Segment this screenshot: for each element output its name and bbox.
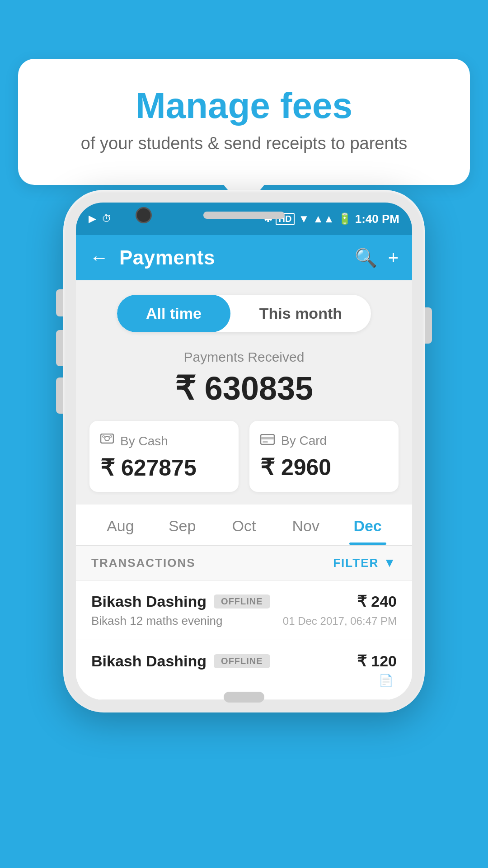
transaction-row1-2: Bikash Dashing OFFLINE ₹ 120 [91,652,397,670]
toggle-this-month[interactable]: This month [230,295,371,332]
tab-dec[interactable]: Dec [337,505,399,545]
transaction-amount-2: ₹ 120 [357,652,397,670]
phone-screen: ▶ ⏱ ✱ HD ▼ ▲▲ 🔋 1:40 PM ← Payments 🔍 + [76,203,412,700]
payments-received-label: Payments Received [76,349,412,365]
filter-label: FILTER [333,556,379,570]
by-cash-card: By Cash ₹ 627875 [89,421,239,492]
by-cash-header: By Cash [100,434,228,448]
toggle-pill: All time This month [117,295,371,332]
wifi-icon: ▼ [298,212,309,225]
transaction-desc-1: Bikash 12 maths evening [91,614,223,628]
transaction-amount-1: ₹ 240 [357,592,397,610]
status-bar-left: ▶ ⏱ [89,213,112,225]
transaction-row2-1: Bikash 12 maths evening 01 Dec 2017, 06:… [91,614,397,628]
transaction-badge-2: OFFLINE [214,654,270,668]
filter-button[interactable]: FILTER ▼ [333,556,397,570]
content-area: All time This month Payments Received ₹ … [76,280,412,700]
back-button[interactable]: ← [89,247,108,269]
by-card-header: By Card [260,434,388,448]
tab-nov[interactable]: Nov [275,505,337,545]
phone-outer: ▶ ⏱ ✱ HD ▼ ▲▲ 🔋 1:40 PM ← Payments 🔍 + [63,190,425,712]
filter-icon: ▼ [383,556,397,570]
transaction-row1-1: Bikash Dashing OFFLINE ₹ 240 [91,592,397,610]
svg-rect-3 [110,436,112,437]
svg-point-1 [105,436,109,441]
cash-icon [100,434,114,448]
search-icon[interactable]: 🔍 [355,247,377,269]
app-bar-title: Payments [119,246,344,269]
svg-rect-0 [101,434,113,443]
phone-side-button-left2[interactable] [56,330,63,366]
svg-rect-6 [263,441,268,443]
name-badge-row-2: Bikash Dashing OFFLINE [91,652,270,670]
name-badge-row-1: Bikash Dashing OFFLINE [91,593,270,610]
by-card-amount: ₹ 2960 [260,454,388,481]
signal-bars: ▲▲ [313,212,334,225]
transactions-header: TRANSACTIONS FILTER ▼ [76,546,412,580]
transaction-name-2: Bikash Dashing [91,652,206,670]
status-time: 1:40 PM [355,212,399,226]
transaction-item-2[interactable]: Bikash Dashing OFFLINE ₹ 120 📄 [76,640,412,700]
battery-icon: 🔋 [338,212,352,225]
by-card-label: By Card [281,434,327,448]
transaction-row2-2: 📄 [91,674,397,688]
payments-received-card: Payments Received ₹ 630835 [76,345,412,421]
bubble-subtitle: of your students & send receipts to pare… [45,134,443,153]
toggle-row: All time This month [76,280,412,345]
clock-icon: ⏱ [102,213,112,225]
file-icon-2: 📄 [379,674,393,688]
svg-rect-2 [103,436,104,437]
tab-sep[interactable]: Sep [151,505,213,545]
phone-home-button[interactable] [224,692,264,703]
transactions-label: TRANSACTIONS [91,556,196,570]
toggle-all-time[interactable]: All time [117,295,230,332]
transaction-badge-1: OFFLINE [214,594,270,609]
by-card-card: By Card ₹ 2960 [249,421,399,492]
by-cash-amount: ₹ 627875 [100,455,228,481]
tab-aug[interactable]: Aug [89,505,151,545]
phone-side-button-right[interactable] [425,307,432,344]
card-icon [260,434,275,448]
add-icon[interactable]: + [388,248,399,268]
svg-rect-5 [261,437,274,439]
phone-side-button-left3[interactable] [56,377,63,414]
transaction-date-1: 01 Dec 2017, 06:47 PM [283,615,397,627]
tab-oct[interactable]: Oct [213,505,275,545]
phone-speaker [203,212,285,219]
phone-side-button-left1[interactable] [56,289,63,316]
phone-camera [136,207,152,223]
transaction-name-1: Bikash Dashing [91,593,206,610]
app-bar: ← Payments 🔍 + [76,235,412,280]
month-tabs: Aug Sep Oct Nov Dec [76,505,412,546]
payments-received-amount: ₹ 630835 [76,369,412,407]
transaction-item-1[interactable]: Bikash Dashing OFFLINE ₹ 240 Bikash 12 m… [76,580,412,640]
phone-mockup: ▶ ⏱ ✱ HD ▼ ▲▲ 🔋 1:40 PM ← Payments 🔍 + [63,190,425,712]
speech-bubble-card: Manage fees of your students & send rece… [18,59,470,185]
by-cash-label: By Cash [120,434,168,448]
play-icon: ▶ [89,213,96,225]
payment-methods-row: By Cash ₹ 627875 [76,421,412,505]
status-bar: ▶ ⏱ ✱ HD ▼ ▲▲ 🔋 1:40 PM [76,203,412,235]
bubble-title: Manage fees [45,86,443,126]
